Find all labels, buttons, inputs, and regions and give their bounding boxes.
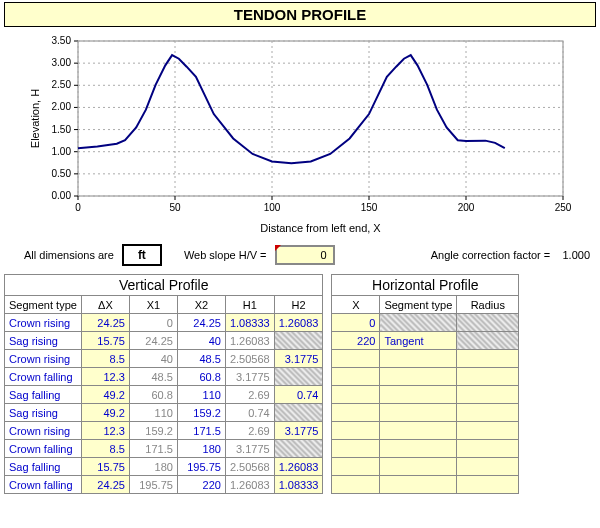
svg-text:Elevation, H: Elevation, H — [29, 89, 41, 148]
slope-label: Web slope H/V = — [184, 249, 267, 261]
svg-text:200: 200 — [457, 202, 474, 213]
angle-value: 1.000 — [562, 249, 590, 261]
svg-text:1.50: 1.50 — [51, 124, 71, 135]
horizontal-header: Radius — [457, 296, 519, 314]
vertical-header: ΔX — [81, 296, 129, 314]
table-row[interactable]: Sag falling49.260.81102.690.74 — [5, 386, 323, 404]
svg-text:100: 100 — [263, 202, 280, 213]
table-row[interactable]: 220Tangent — [332, 332, 519, 350]
table-row — [332, 368, 519, 386]
table-row — [332, 458, 519, 476]
table-row[interactable]: Crown falling8.5171.51803.1775 — [5, 440, 323, 458]
vertical-header: Segment type — [5, 296, 82, 314]
svg-text:0: 0 — [75, 202, 81, 213]
svg-text:3.00: 3.00 — [51, 57, 71, 68]
svg-text:3.50: 3.50 — [51, 35, 71, 46]
chart-svg: 0.000.501.001.502.002.503.003.5005010015… — [23, 31, 578, 236]
table-row — [332, 404, 519, 422]
horizontal-header: X — [332, 296, 380, 314]
table-row[interactable]: Crown falling24.25195.752201.260831.0833… — [5, 476, 323, 494]
table-row[interactable]: Crown rising12.3159.2171.52.693.1775 — [5, 422, 323, 440]
table-row — [332, 350, 519, 368]
svg-text:0.50: 0.50 — [51, 168, 71, 179]
vertical-header: H2 — [274, 296, 323, 314]
table-row — [332, 422, 519, 440]
table-row[interactable]: Crown rising24.25024.251.083331.26083 — [5, 314, 323, 332]
vertical-header: X2 — [177, 296, 225, 314]
table-row[interactable]: Sag rising15.7524.25401.26083 — [5, 332, 323, 350]
vertical-header: X1 — [129, 296, 177, 314]
svg-text:2.50: 2.50 — [51, 79, 71, 90]
table-row[interactable]: Crown falling12.348.560.83.1775 — [5, 368, 323, 386]
tendon-chart: 0.000.501.001.502.002.503.003.5005010015… — [23, 31, 578, 236]
dimensions-label: All dimensions are — [24, 249, 114, 261]
table-row[interactable]: Crown rising8.54048.52.505683.1775 — [5, 350, 323, 368]
svg-text:250: 250 — [554, 202, 571, 213]
slope-input[interactable]: 0 — [275, 245, 335, 265]
vertical-header: H1 — [225, 296, 274, 314]
table-row — [332, 386, 519, 404]
controls-row: All dimensions are ft Web slope H/V = 0 … — [24, 244, 590, 266]
svg-text:50: 50 — [169, 202, 181, 213]
svg-rect-0 — [78, 41, 563, 196]
page-title: TENDON PROFILE — [4, 2, 596, 27]
vertical-profile-table: Vertical Profile Segment typeΔXX1X2H1H2 … — [4, 274, 323, 494]
svg-text:150: 150 — [360, 202, 377, 213]
unit-box[interactable]: ft — [122, 244, 162, 266]
svg-text:Distance from left end, X: Distance from left end, X — [260, 222, 381, 234]
vertical-title: Vertical Profile — [5, 275, 323, 296]
table-row — [332, 440, 519, 458]
angle-label: Angle correction factor = — [431, 249, 551, 261]
table-row[interactable]: Sag rising49.2110159.20.74 — [5, 404, 323, 422]
table-row[interactable]: 0 — [332, 314, 519, 332]
svg-text:0.00: 0.00 — [51, 190, 71, 201]
horizontal-profile-table: Horizontal Profile XSegment typeRadius 0… — [331, 274, 519, 494]
svg-text:1.00: 1.00 — [51, 146, 71, 157]
horizontal-title: Horizontal Profile — [332, 275, 519, 296]
svg-text:2.00: 2.00 — [51, 101, 71, 112]
table-row[interactable]: Sag falling15.75180195.752.505681.26083 — [5, 458, 323, 476]
table-row — [332, 476, 519, 494]
horizontal-header: Segment type — [380, 296, 457, 314]
